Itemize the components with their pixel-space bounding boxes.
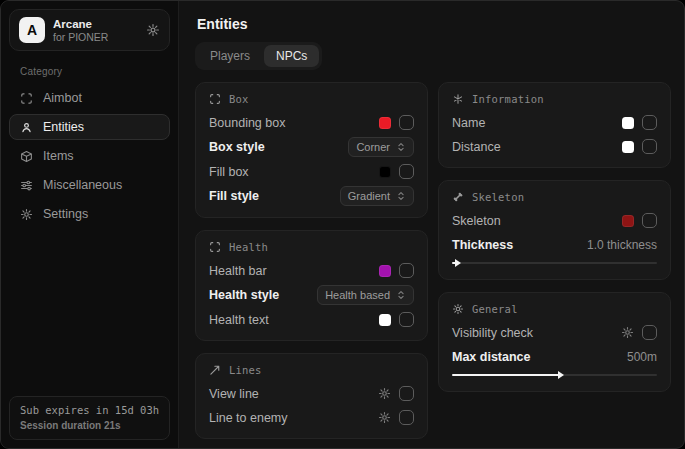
chevron-updown-icon [396, 191, 406, 201]
skeleton-row: Skeleton [452, 211, 657, 230]
fill-box-row: Fill box [209, 162, 414, 181]
health-bar-row: Health bar [209, 261, 414, 280]
brand-text: Arcane for PIONER [53, 18, 108, 43]
card-title: Skeleton [472, 191, 524, 203]
information-card: Information Name Distance [438, 82, 671, 168]
chevron-updown-icon [396, 142, 406, 152]
diagonal-line-icon [209, 364, 221, 376]
lines-card: Lines View line [195, 353, 428, 439]
thickness-slider-block: Thickness 1.0 thickness [452, 235, 657, 268]
slider-handle[interactable] [558, 371, 564, 379]
select-value: Gradient [348, 190, 390, 202]
category-label: Category [20, 66, 170, 77]
health-card-header: Health [209, 241, 414, 253]
row-label: Line to enemy [209, 411, 288, 425]
color-swatch[interactable] [379, 166, 391, 178]
health-text-row: Health text [209, 310, 414, 329]
sidebar-item-label: Items [43, 149, 74, 163]
sidebar-item-entities[interactable]: Entities [9, 114, 170, 140]
gear-icon [20, 208, 33, 221]
line-to-enemy-row: Line to enemy [209, 408, 414, 427]
slider-value: 500m [627, 350, 657, 364]
visibility-check-row: Visibility check [452, 323, 657, 342]
visibility-check-checkbox[interactable] [642, 325, 657, 340]
bounding-box-row: Bounding box [209, 113, 414, 132]
name-row: Name [452, 113, 657, 132]
color-swatch[interactable] [622, 215, 634, 227]
gear-icon[interactable] [146, 23, 160, 37]
slider-fill [452, 374, 559, 376]
sliders-icon [20, 179, 33, 192]
fill-box-checkbox[interactable] [399, 164, 414, 179]
crosshair-scan-icon [20, 92, 33, 105]
row-label: Health bar [209, 264, 267, 278]
row-label: Fill box [209, 165, 249, 179]
slider-value: 1.0 thickness [587, 238, 657, 252]
health-bar-checkbox[interactable] [399, 263, 414, 278]
card-title: General [472, 303, 518, 315]
distance-checkbox[interactable] [642, 139, 657, 154]
line-to-enemy-checkbox[interactable] [399, 410, 414, 425]
sidebar-item-settings[interactable]: Settings [9, 201, 170, 227]
skeleton-card-header: Skeleton [452, 191, 657, 203]
color-swatch[interactable] [379, 314, 391, 326]
bounding-box-checkbox[interactable] [399, 115, 414, 130]
health-style-select[interactable]: Health based [317, 285, 414, 305]
box-style-select[interactable]: Corner [348, 137, 414, 157]
view-line-row: View line [209, 384, 414, 403]
fill-style-row: Fill style Gradient [209, 186, 414, 206]
tab-npcs[interactable]: NPCs [264, 45, 319, 67]
row-label: Name [452, 116, 485, 130]
row-label: Health style [209, 288, 279, 302]
health-style-row: Health style Health based [209, 285, 414, 305]
box-card-header: Box [209, 93, 414, 105]
color-swatch[interactable] [379, 117, 391, 129]
main-content: Entities Players NPCs Box [179, 1, 684, 448]
lines-card-header: Lines [209, 364, 414, 376]
gear-icon[interactable] [378, 411, 391, 424]
brand-logo: A [19, 17, 45, 43]
row-label: Health text [209, 313, 269, 327]
subscription-info-card: Sub expires in 15d 03h Session duration … [9, 396, 170, 440]
sidebar-item-items[interactable]: Items [9, 143, 170, 169]
sidebar-item-miscellaneous[interactable]: Miscellaneous [9, 172, 170, 198]
gear-icon[interactable] [378, 387, 391, 400]
view-line-checkbox[interactable] [399, 386, 414, 401]
row-label: Fill style [209, 189, 259, 203]
card-title: Box [229, 93, 249, 105]
sidebar-item-label: Settings [43, 207, 88, 221]
skeleton-card: Skeleton Skeleton Thickness [438, 180, 671, 280]
sidebar-item-aimbot[interactable]: Aimbot [9, 85, 170, 111]
card-title: Health [229, 241, 268, 253]
box-style-row: Box style Corner [209, 137, 414, 157]
right-column: Information Name Distance [438, 82, 671, 439]
entities-person-icon [20, 121, 33, 134]
row-label: Distance [452, 140, 501, 154]
sidebar-nav: Aimbot Entities Items [9, 85, 170, 227]
select-value: Health based [325, 289, 390, 301]
scan-brackets-icon [209, 93, 221, 105]
sidebar-item-label: Entities [43, 120, 84, 134]
general-card: General Visibility check [438, 292, 671, 392]
color-swatch[interactable] [622, 141, 634, 153]
fill-style-select[interactable]: Gradient [340, 186, 414, 206]
color-swatch[interactable] [622, 117, 634, 129]
health-text-checkbox[interactable] [399, 312, 414, 327]
skeleton-checkbox[interactable] [642, 213, 657, 228]
app-window: A Arcane for PIONER Category Aim [0, 0, 685, 449]
thickness-slider[interactable] [452, 262, 657, 264]
max-distance-slider[interactable] [452, 374, 657, 376]
tab-players[interactable]: Players [198, 45, 262, 67]
card-title: Lines [229, 364, 262, 376]
card-title: Information [472, 93, 544, 105]
gear-icon[interactable] [621, 326, 634, 339]
left-column: Box Bounding box Box style [195, 82, 428, 439]
max-distance-slider-block: Max distance 500m [452, 347, 657, 380]
color-swatch[interactable] [379, 265, 391, 277]
sidebar-item-label: Aimbot [43, 91, 82, 105]
slider-handle[interactable] [455, 259, 461, 267]
row-label: View line [209, 387, 259, 401]
name-checkbox[interactable] [642, 115, 657, 130]
select-value: Corner [356, 141, 390, 153]
row-label: Box style [209, 140, 265, 154]
